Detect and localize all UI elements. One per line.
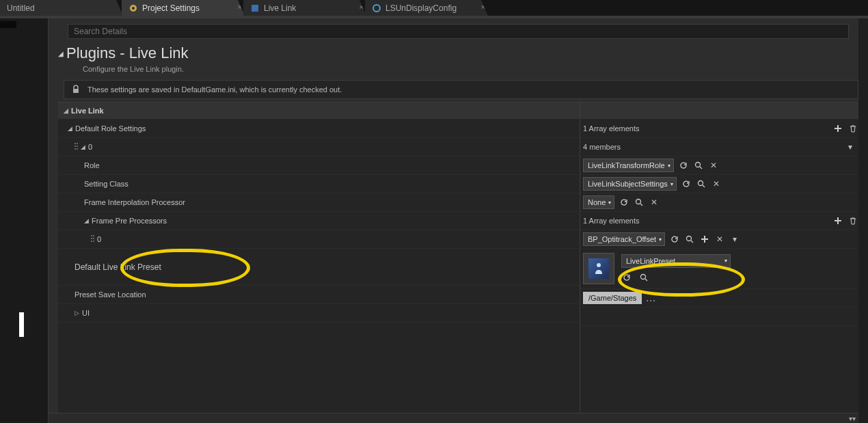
- close-icon[interactable]: ×: [360, 3, 364, 11]
- svg-point-6: [698, 181, 703, 186]
- reset-icon[interactable]: [619, 197, 629, 208]
- tab-display-config[interactable]: LSUnDisplayConfig ×: [365, 0, 488, 16]
- delete-button[interactable]: [847, 123, 858, 134]
- tab-project-settings[interactable]: Project Settings ×: [122, 0, 245, 16]
- tab-untitled[interactable]: Untitled: [0, 0, 123, 16]
- section-live-link: Live Link: [71, 107, 104, 115]
- row-index-0: 0: [88, 143, 92, 151]
- browse-icon[interactable]: [684, 234, 695, 245]
- clear-icon[interactable]: ✕: [711, 178, 722, 189]
- tab-label: Live Link: [264, 3, 296, 13]
- drag-handle-icon[interactable]: [91, 235, 94, 243]
- add-element-button[interactable]: [832, 215, 843, 226]
- row-default-preset: Default Live Link Preset: [74, 262, 161, 272]
- add-element-button[interactable]: [832, 123, 843, 134]
- svg-point-3: [373, 5, 380, 12]
- page-title: Plugins - Live Link: [66, 44, 189, 62]
- live-link-icon: [250, 3, 260, 13]
- chevron-down-icon[interactable]: ◢: [81, 144, 85, 150]
- row-role: Role: [84, 161, 100, 169]
- left-margin: [0, 18, 48, 423]
- browse-icon[interactable]: [634, 197, 645, 208]
- svg-point-9: [597, 263, 601, 267]
- preset-dropdown[interactable]: LiveLinkPreset ▾: [621, 254, 731, 268]
- row-default-role-settings: Default Role Settings: [75, 124, 146, 133]
- delete-button[interactable]: [847, 215, 858, 226]
- details-expand-bar[interactable]: ▾▾: [49, 413, 868, 423]
- close-icon[interactable]: ×: [238, 3, 242, 11]
- members-label: 4 members: [583, 143, 621, 151]
- row-preset-save: Preset Save Location: [74, 290, 146, 299]
- reset-icon[interactable]: [621, 272, 632, 283]
- svg-point-10: [641, 274, 646, 279]
- svg-rect-4: [73, 89, 79, 93]
- reset-icon[interactable]: [681, 178, 692, 189]
- chevron-down-icon[interactable]: ◢: [64, 107, 68, 114]
- clear-icon[interactable]: ✕: [708, 160, 719, 171]
- chevron-right-icon[interactable]: ▷: [74, 310, 79, 316]
- row-frame-interp: Frame Interpolation Processor: [84, 198, 185, 206]
- svg-point-1: [132, 7, 135, 10]
- reset-icon[interactable]: [669, 234, 680, 245]
- svg-point-8: [687, 236, 692, 241]
- scrollbar[interactable]: [858, 18, 868, 423]
- frame-interp-dropdown[interactable]: None▾: [583, 195, 614, 209]
- row-setting-class: Setting Class: [84, 180, 128, 188]
- row-pre-index-0: 0: [97, 235, 101, 243]
- tab-label: LSUnDisplayConfig: [385, 3, 457, 13]
- chevron-down-icon: ▾▾: [849, 415, 856, 422]
- row-ui: UI: [82, 309, 90, 317]
- display-config-icon: [372, 3, 381, 13]
- svg-point-7: [636, 200, 641, 204]
- tab-label: Untitled: [7, 3, 35, 13]
- frame-pre-dropdown[interactable]: BP_Optitrack_Offset▾: [583, 232, 665, 246]
- browse-icon[interactable]: [696, 178, 707, 189]
- settings-panel: ◢ Plugins - Live Link Configure the Live…: [48, 18, 868, 423]
- info-text: These settings are saved in DefaultGame.…: [87, 85, 342, 94]
- project-settings-icon: [128, 3, 138, 13]
- collapse-icon[interactable]: ◢: [58, 50, 64, 57]
- tab-live-link[interactable]: Live Link ×: [243, 0, 366, 16]
- role-dropdown[interactable]: LiveLinkTransformRole▾: [583, 159, 674, 172]
- preset-thumbnail[interactable]: [583, 253, 614, 284]
- search-input[interactable]: [68, 24, 849, 39]
- info-banner: These settings are saved in DefaultGame.…: [64, 80, 858, 99]
- row-frame-pre-processors: Frame Pre Processors: [92, 217, 167, 225]
- chevron-down-icon[interactable]: ◢: [84, 217, 89, 224]
- chevron-down-icon[interactable]: ▾: [729, 234, 740, 245]
- top-tab-bar: Untitled Project Settings × Live Link × …: [0, 0, 868, 16]
- drag-handle-icon[interactable]: [74, 143, 78, 151]
- page-subtitle: Configure the Live Link plugin.: [58, 62, 868, 80]
- lock-icon: [71, 85, 81, 94]
- add-element-button[interactable]: [699, 234, 710, 245]
- clear-icon[interactable]: ✕: [714, 234, 725, 245]
- array-elements-label: 1 Array elements: [583, 217, 640, 225]
- tab-label: Project Settings: [142, 3, 200, 13]
- setting-class-dropdown[interactable]: LiveLinkSubjectSettings▾: [583, 177, 677, 191]
- close-icon[interactable]: ×: [481, 3, 485, 11]
- svg-rect-2: [252, 5, 258, 12]
- clear-icon[interactable]: ✕: [649, 197, 660, 208]
- save-path-pill[interactable]: /Game/Stages: [583, 292, 642, 304]
- reset-icon[interactable]: [678, 160, 689, 171]
- browse-path-button[interactable]: ...: [646, 292, 656, 303]
- svg-point-5: [695, 163, 700, 167]
- array-elements-label: 1 Array elements: [583, 124, 640, 133]
- chevron-down-icon[interactable]: ▾: [845, 141, 856, 152]
- browse-icon[interactable]: [638, 272, 649, 283]
- browse-icon[interactable]: [693, 160, 704, 171]
- chevron-down-icon[interactable]: ◢: [68, 125, 72, 132]
